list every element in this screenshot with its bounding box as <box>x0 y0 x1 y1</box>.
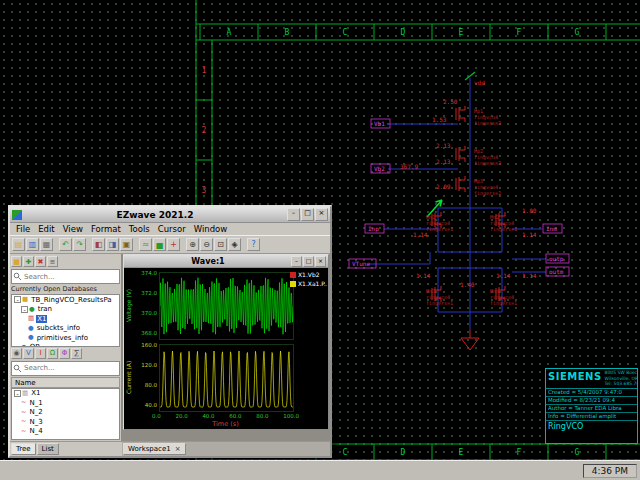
expander-icon[interactable]: - <box>14 390 21 397</box>
expression-icon[interactable]: ∑ <box>71 348 82 359</box>
instance-icon: ▥ <box>22 390 28 397</box>
signal-wave-icon: ~ <box>21 418 26 425</box>
tree-item-tran[interactable]: -●tran <box>12 305 119 315</box>
database-icon: ● <box>28 334 34 341</box>
ruler-letter: B <box>285 28 290 37</box>
database-icon: ● <box>28 325 34 332</box>
ruler-letter: F <box>517 448 522 457</box>
add-database-icon[interactable]: ✚ <box>23 256 34 267</box>
menu-file[interactable]: File <box>12 224 34 234</box>
impedance-filter-icon[interactable]: Ω <box>47 348 58 359</box>
signal-search[interactable] <box>11 361 120 376</box>
search-icon <box>13 272 22 281</box>
wave-plot-area[interactable]: Voltage (V) Current (A) 0.020.040.060.08… <box>124 268 328 429</box>
tree-item-n-4[interactable]: ~N_4 <box>12 427 119 437</box>
taskbar[interactable]: 4:36 PM <box>0 460 640 480</box>
undo-icon[interactable]: ↶ <box>59 238 72 251</box>
wave-window: Wave:1 – □ × Voltage (V) Current (A) <box>123 254 329 430</box>
voltage-tick: 368.0 <box>132 330 157 336</box>
toolbar-separator <box>134 238 138 251</box>
current-filter-icon[interactable]: I <box>35 348 46 359</box>
tree-item-primitives-info[interactable]: ●primitives_info <box>12 333 119 343</box>
phase-filter-icon[interactable]: Φ <box>59 348 70 359</box>
maximize-button[interactable]: □ <box>301 208 314 221</box>
tree-item-n-1[interactable]: ~N_1 <box>12 398 119 408</box>
wave-close-button[interactable]: × <box>315 256 326 267</box>
databases-header: Currently Open Databases <box>11 285 120 294</box>
menu-tools[interactable]: Tools <box>125 224 154 234</box>
voltage-filter-icon[interactable]: V <box>23 348 34 359</box>
database-icon: ● <box>29 306 35 313</box>
cut-icon[interactable]: ◧ <box>92 238 105 251</box>
workspace-tab[interactable]: Workspace1 × <box>123 443 186 455</box>
database-tree: -■TB_RingVCO_ResultsPa-●tran▥X1●subckts_… <box>11 294 120 347</box>
menu-edit[interactable]: Edit <box>34 224 58 234</box>
design-name: RingVCO <box>546 421 637 432</box>
zoom-out-icon[interactable]: ⊖ <box>200 238 213 251</box>
menu-format[interactable]: Format <box>87 224 125 234</box>
wave-maximize-button[interactable]: □ <box>303 256 314 267</box>
menu-cursor[interactable]: Cursor <box>154 224 190 234</box>
tab-tree[interactable]: Tree <box>11 443 36 455</box>
schematic-label: fingers=1 <box>490 300 517 307</box>
sidebar-tabs: TreeList <box>10 442 122 456</box>
ezwave-titlebar[interactable]: EZwave 2021.2 – □ × <box>10 207 330 223</box>
wave-titlebar[interactable]: Wave:1 – □ × <box>124 255 328 268</box>
tree-item-x1[interactable]: -▥X1 <box>12 389 119 399</box>
schematic-label: 2.13 <box>436 142 451 149</box>
result-icon: ▥ <box>28 315 34 322</box>
tree-item-n-3[interactable]: ~N_3 <box>12 417 119 427</box>
copy-icon[interactable]: ◨ <box>106 238 119 251</box>
add-waveform-icon[interactable]: ≈ <box>139 238 152 251</box>
zoom-in-icon[interactable]: ⊕ <box>186 238 199 251</box>
schematic-label: fingers=2 <box>474 190 501 197</box>
voltage-plot[interactable] <box>159 272 294 340</box>
ezwave-app-icon <box>12 210 22 220</box>
menu-window[interactable]: Window <box>190 224 232 234</box>
tree-item-x1[interactable]: ▥X1 <box>12 314 119 324</box>
database-options-icon[interactable]: ≡ <box>47 256 58 267</box>
help-icon[interactable]: ? <box>247 238 260 251</box>
toolbar-separator <box>181 238 185 251</box>
paste-icon[interactable]: ▣ <box>120 238 133 251</box>
minimize-button[interactable]: – <box>287 208 300 221</box>
tab-list[interactable]: List <box>37 443 59 455</box>
close-database-icon[interactable]: ✖ <box>35 256 46 267</box>
open-database-icon[interactable]: ■ <box>11 256 22 267</box>
current-plot[interactable] <box>159 344 294 412</box>
schematic-label: 1.53 <box>432 116 447 123</box>
legend-entry[interactable]: X1.Xa1.P.. <box>290 279 327 288</box>
legend-marker-icon <box>290 272 296 278</box>
name-column-header[interactable]: Name <box>11 377 120 388</box>
cursor-tool-icon[interactable]: + <box>167 238 180 251</box>
wave-minimize-button[interactable]: – <box>291 256 302 267</box>
voltage-axis-label: Voltage (V) <box>125 272 132 338</box>
tree-item-subckts-info[interactable]: ●subckts_info <box>12 324 119 334</box>
close-button[interactable]: × <box>315 208 328 221</box>
expander-icon[interactable]: - <box>21 306 28 313</box>
legend-entry[interactable]: X1.Vb2 <box>290 270 327 279</box>
expander-icon[interactable]: - <box>14 296 21 303</box>
open-icon[interactable]: ▤ <box>12 238 25 251</box>
probe-icon[interactable]: ◉ <box>11 348 22 359</box>
redo-icon[interactable]: ↷ <box>73 238 86 251</box>
workspace-close-icon[interactable]: × <box>175 445 181 453</box>
tree-item-n-2[interactable]: ~N_2 <box>12 408 119 418</box>
modified-line: Modified = 8/23/21 09:4 <box>546 397 637 405</box>
signal-search-input[interactable] <box>22 363 118 373</box>
pan-icon[interactable]: ◈ <box>228 238 241 251</box>
zoom-fit-icon[interactable]: ⊡ <box>214 238 227 251</box>
menu-view[interactable]: View <box>59 224 87 234</box>
database-search-input[interactable] <box>22 272 118 282</box>
wave-title: Wave:1 <box>126 257 290 266</box>
ruler-number: 1 <box>202 66 207 75</box>
print-icon[interactable]: ▦ <box>40 238 53 251</box>
schematic-label: 367.9 <box>400 163 418 170</box>
chart-icon[interactable]: ▅ <box>153 238 166 251</box>
info-line: Info = Differential amplit <box>546 413 637 421</box>
tree-item-tb-ringvco-resultspa[interactable]: -■TB_RingVCO_ResultsPa <box>12 295 119 305</box>
save-icon[interactable]: ▥ <box>26 238 39 251</box>
ground-symbol <box>461 330 479 350</box>
database-search[interactable] <box>11 269 120 284</box>
time-tick: 0.0 <box>152 413 161 419</box>
